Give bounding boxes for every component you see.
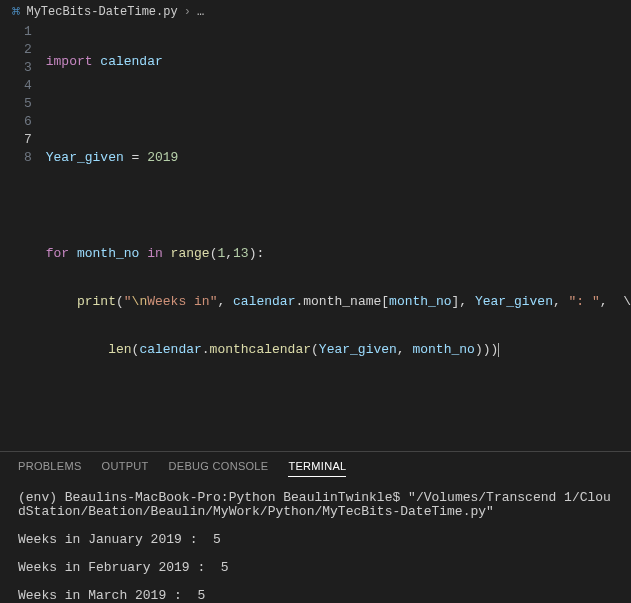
- editor-cursor: [498, 343, 499, 357]
- breadcrumb-more[interactable]: …: [197, 5, 204, 19]
- tab-problems[interactable]: PROBLEMS: [18, 460, 82, 477]
- line-number-gutter: 12345678: [0, 23, 46, 437]
- breadcrumb-filename[interactable]: MyTecBits-DateTime.py: [26, 5, 177, 19]
- line-number: 5: [0, 95, 32, 113]
- terminal-output[interactable]: (env) Beaulins-MacBook-Pro:Python Beauli…: [0, 485, 631, 603]
- terminal-line: Weeks in January 2019 : 5: [18, 533, 613, 547]
- panel-tabs: PROBLEMS OUTPUT DEBUG CONSOLE TERMINAL: [0, 452, 631, 485]
- line-number: 6: [0, 113, 32, 131]
- terminal-line: Weeks in February 2019 : 5: [18, 561, 613, 575]
- terminal-prompt: (env) Beaulins-MacBook-Pro:Python Beauli…: [18, 490, 408, 505]
- fn-range: range: [171, 246, 210, 261]
- var-year-given: Year_given: [46, 150, 124, 165]
- code-editor[interactable]: 12345678 import calendar Year_given = 20…: [0, 23, 631, 437]
- line-number: 3: [0, 59, 32, 77]
- line-number: 1: [0, 23, 32, 41]
- breadcrumb: ⌘ MyTecBits-DateTime.py › …: [0, 0, 631, 23]
- fn-len: len: [108, 342, 131, 357]
- tab-debug-console[interactable]: DEBUG CONSOLE: [169, 460, 269, 477]
- var-month-no: month_no: [77, 246, 139, 261]
- code-area[interactable]: import calendar Year_given = 2019 for mo…: [46, 23, 631, 437]
- fn-print: print: [77, 294, 116, 309]
- keyword-import: import: [46, 54, 93, 69]
- line-number: 8: [0, 149, 32, 167]
- number-literal: 2019: [147, 150, 178, 165]
- python-file-icon: ⌘: [12, 3, 20, 20]
- tab-output[interactable]: OUTPUT: [102, 460, 149, 477]
- module-name: calendar: [100, 54, 162, 69]
- bottom-panel: PROBLEMS OUTPUT DEBUG CONSOLE TERMINAL (…: [0, 451, 631, 603]
- line-number: 4: [0, 77, 32, 95]
- line-number: 7: [0, 131, 32, 149]
- keyword-for: for: [46, 246, 69, 261]
- chevron-right-icon: ›: [184, 5, 191, 19]
- line-number: 2: [0, 41, 32, 59]
- tab-terminal[interactable]: TERMINAL: [288, 460, 346, 477]
- keyword-in: in: [147, 246, 163, 261]
- terminal-line: Weeks in March 2019 : 5: [18, 589, 613, 603]
